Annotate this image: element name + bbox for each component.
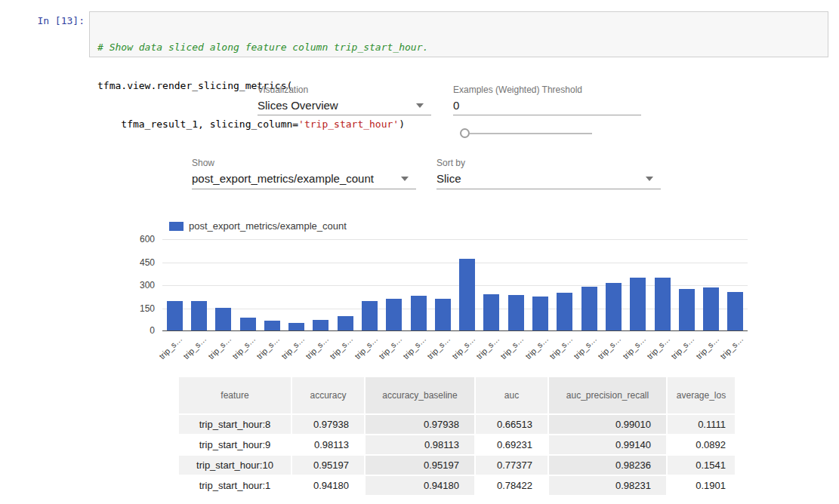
- sort-by-label: Sort by: [436, 158, 465, 168]
- chart-bar: [167, 301, 183, 330]
- x-axis-label: trip_s…: [694, 334, 720, 361]
- chevron-down-icon[interactable]: [646, 177, 653, 181]
- threshold-slider-track[interactable]: [470, 133, 592, 134]
- notebook-page: In [13]: # Show data sliced along featur…: [0, 0, 839, 504]
- table-cell: 0.78422: [476, 476, 549, 496]
- y-tick-label: 150: [119, 303, 155, 314]
- chart-bar: [411, 296, 427, 330]
- show-value[interactable]: post_export_metrics/example_count: [192, 172, 374, 185]
- table-cell: 0.98113: [292, 435, 366, 456]
- x-axis-label: trip_s…: [182, 334, 208, 361]
- chevron-down-icon[interactable]: [401, 177, 409, 181]
- table-cell: 0.99140: [549, 435, 668, 456]
- show-select[interactable]: [192, 189, 416, 189]
- chart-bar: [264, 321, 280, 330]
- threshold-input[interactable]: 0: [453, 99, 459, 112]
- bar-chart-plot: [162, 239, 748, 331]
- x-axis-label: trip_s…: [718, 334, 745, 361]
- code-cell[interactable]: # Show data sliced along feature column …: [89, 11, 828, 57]
- feature-cell: trip_start_hour:10: [179, 456, 292, 476]
- code-comment: # Show data sliced along feature column …: [97, 41, 428, 53]
- table-cell: 0.0892: [668, 435, 735, 456]
- table-cell: 0.94180: [292, 476, 366, 496]
- table-cell: 0.1901: [668, 476, 735, 496]
- table-cell: 0.97938: [292, 415, 366, 435]
- x-axis-label: trip_s…: [474, 334, 501, 361]
- chart-bar: [727, 292, 743, 330]
- chart-bar: [630, 278, 646, 330]
- y-tick-label: 450: [119, 257, 155, 268]
- table-cell: 0.66513: [476, 415, 549, 435]
- table-row: trip_start_hour:10.941800.941800.784220.…: [179, 476, 735, 496]
- table-cell: 0.69231: [476, 435, 549, 456]
- code-line: # Show data sliced along feature column …: [97, 41, 820, 54]
- visualization-label: Visualization: [258, 85, 308, 95]
- sort-by-value[interactable]: Slice: [436, 172, 461, 185]
- x-axis-label: trip_s…: [401, 334, 427, 361]
- table-row: trip_start_hour:100.951970.951970.773770…: [179, 456, 735, 476]
- table-cell: 0.98236: [549, 456, 668, 476]
- threshold-label: Examples (Weighted) Threshold: [453, 85, 582, 95]
- feature-cell: trip_start_hour:1: [179, 476, 292, 496]
- header-cell: auc: [476, 377, 549, 415]
- x-axis: trip_s…trip_s…trip_s…trip_s…trip_s…trip_…: [162, 333, 748, 366]
- x-axis-label: trip_s…: [669, 334, 696, 361]
- chart-bar: [655, 278, 671, 330]
- x-axis-label: trip_s…: [426, 334, 452, 361]
- chart-bar: [459, 259, 475, 330]
- header-cell: average_los: [668, 377, 735, 415]
- visualization-value[interactable]: Slices Overview: [258, 99, 338, 112]
- sort-by-select[interactable]: [436, 189, 661, 189]
- table-cell: 0.94180: [366, 476, 476, 496]
- chart-bar: [362, 301, 378, 330]
- x-axis-label: trip_s…: [597, 334, 623, 361]
- x-axis-label: trip_s…: [572, 334, 598, 361]
- threshold-slider-handle[interactable]: [460, 128, 470, 138]
- threshold-underline: [453, 115, 641, 115]
- chart-bar: [483, 294, 499, 330]
- table-header-row: featureaccuracyaccuracy_baselineaucauc_p…: [179, 377, 735, 415]
- y-tick-label: 0: [119, 325, 155, 336]
- cell-prompt: In [13]:: [21, 15, 85, 26]
- table-cell: 0.99010: [549, 415, 668, 435]
- x-axis-label: trip_s…: [157, 334, 184, 361]
- chart-bar: [703, 287, 719, 330]
- x-axis-label: trip_s…: [523, 334, 550, 361]
- chart-bar: [532, 297, 548, 330]
- chart-bar: [557, 293, 572, 330]
- x-axis-label: trip_s…: [206, 334, 233, 361]
- x-axis-label: trip_s…: [645, 334, 671, 361]
- table-cell: 0.98231: [549, 476, 668, 496]
- feature-cell: trip_start_hour:9: [179, 435, 292, 456]
- chart-bar: [240, 318, 256, 330]
- x-axis-label: trip_s…: [377, 334, 403, 361]
- x-axis-label: trip_s…: [279, 334, 306, 361]
- x-axis-baseline: [162, 330, 748, 331]
- legend-label: post_export_metrics/example_count: [189, 220, 347, 232]
- y-tick-label: 600: [119, 234, 155, 244]
- chart-bar: [191, 301, 207, 330]
- chart-bar: [288, 323, 304, 330]
- header-cell: auc_precision_recall: [549, 377, 668, 415]
- x-axis-label: trip_s…: [230, 334, 257, 361]
- x-axis-label: trip_s…: [304, 334, 330, 361]
- chart-bar: [435, 299, 451, 330]
- show-label: Show: [192, 158, 214, 168]
- x-axis-label: trip_s…: [498, 334, 525, 361]
- table-cell: 0.97938: [366, 415, 476, 435]
- x-axis-label: trip_s…: [328, 334, 354, 361]
- header-cell: accuracy_baseline: [366, 377, 476, 415]
- chart-bar: [679, 289, 695, 330]
- chevron-down-icon[interactable]: [416, 103, 424, 108]
- visualization-select[interactable]: [258, 115, 431, 115]
- legend-swatch: [169, 222, 184, 231]
- chart-bar: [338, 316, 353, 330]
- table-row: trip_start_hour:90.981130.981130.692310.…: [179, 435, 735, 456]
- table-cell: 0.95197: [366, 456, 476, 476]
- table-cell: 0.77377: [476, 456, 549, 476]
- x-axis-label: trip_s…: [353, 334, 379, 361]
- chart-bar: [581, 287, 597, 330]
- code-line: tfma_result_1, slicing_column='trip_star…: [97, 118, 820, 131]
- gridline: [162, 239, 748, 240]
- chart-bar: [508, 295, 524, 330]
